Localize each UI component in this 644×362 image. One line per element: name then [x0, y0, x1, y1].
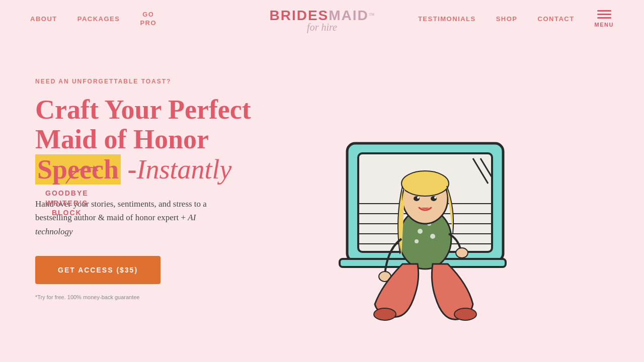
nav-link-testimonials[interactable]: TESTIMONIALS — [418, 15, 476, 23]
hero-heading-dash: - — [121, 154, 136, 185]
hero-heading-line1: Craft Your Perfect — [35, 95, 251, 125]
svg-point-12 — [418, 229, 423, 234]
cta-button[interactable]: GET ACCESS ($35) — [35, 256, 160, 284]
nav-link-packages[interactable]: PACKAGES — [77, 15, 120, 23]
svg-point-18 — [401, 171, 449, 196]
nav-link-contact[interactable]: CONTACT — [538, 15, 575, 23]
goodbye-text: GOODBYEWRITER'SBLOCK — [45, 189, 89, 218]
svg-point-26 — [454, 308, 476, 320]
svg-point-21 — [417, 197, 419, 199]
nav-link-about[interactable]: ABOUT — [30, 15, 57, 23]
menu-label: MENU — [595, 22, 614, 28]
svg-point-24 — [456, 248, 468, 258]
hero-eyebrow: NEED AN UNFORGETTABLE TOAST? — [35, 78, 277, 85]
nav-link-go-pro[interactable]: GOPRO — [140, 11, 156, 28]
svg-point-25 — [374, 308, 396, 320]
hero-heading-line2: Maid of Honor — [35, 124, 209, 154]
menu-icon-line2 — [597, 14, 611, 15]
svg-point-22 — [434, 197, 436, 199]
hero-heading-italic: Instantly — [136, 154, 231, 185]
svg-point-15 — [430, 234, 435, 239]
navbar: ABOUT PACKAGES GOPRO BRIDESMAID™ for hir… — [0, 0, 644, 38]
logo-maid: MAID — [329, 8, 369, 23]
svg-point-14 — [415, 239, 419, 243]
site-logo[interactable]: BRIDESMAID™ for hire — [269, 8, 374, 33]
logo-brides: BRIDES — [269, 8, 329, 23]
hero-illustration — [277, 53, 609, 344]
character-illustration — [337, 93, 508, 349]
hero-section: NEED AN UNFORGETTABLE TOAST? Craft Your … — [0, 38, 644, 344]
svg-marker-0 — [93, 165, 99, 171]
menu-button[interactable]: MENU — [595, 10, 614, 28]
menu-icon-line1 — [597, 10, 611, 12]
goodbye-bubble: GOODBYEWRITER'SBLOCK — [45, 189, 89, 218]
cta-note: *Try for free. 100% money-back guarantee — [35, 294, 277, 300]
nav-link-shop[interactable]: SHOP — [496, 15, 518, 23]
nav-right: TESTIMONIALS SHOP CONTACT MENU — [418, 10, 614, 28]
arrow-icon — [63, 158, 104, 189]
logo-tm: ™ — [369, 12, 375, 19]
nav-left: ABOUT PACKAGES GOPRO — [30, 11, 156, 28]
menu-icon-line3 — [597, 17, 611, 19]
